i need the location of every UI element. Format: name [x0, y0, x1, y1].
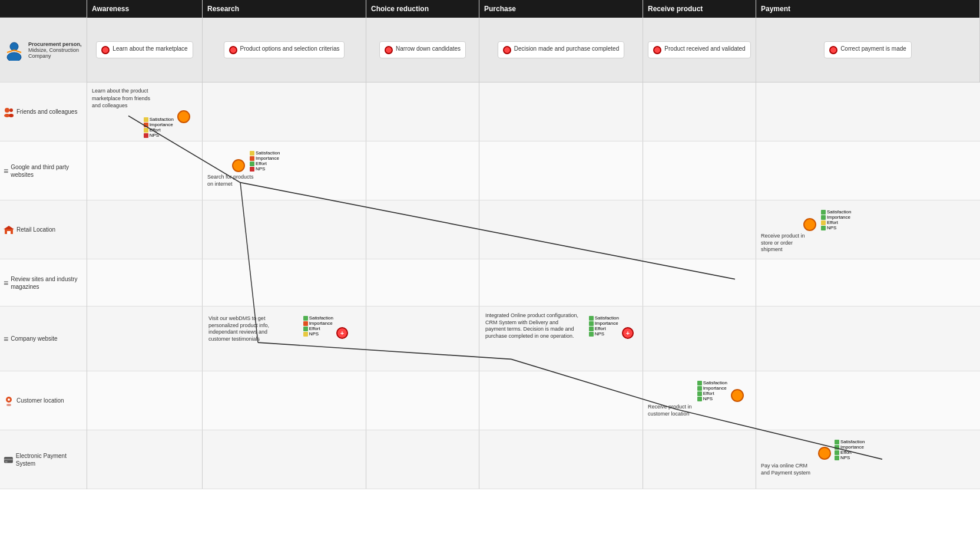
- stage-card-receive: Product received and validated: [664, 45, 745, 52]
- row-customer: Receive product in customer location Sat…: [87, 371, 980, 430]
- touchpoint-company: ≡ Company website: [0, 306, 87, 371]
- stage-card-choice: Narrow down candidates: [396, 45, 461, 52]
- touchpoint-company-label: Company website: [11, 335, 57, 342]
- persona-company: Company: [28, 53, 82, 59]
- touchpoint-retail: Retail Location: [0, 200, 87, 259]
- stage-header-payment: Payment Correct payment is made: [756, 0, 980, 82]
- svg-point-12: [8, 398, 10, 401]
- metric-effort-1: Effort: [150, 127, 161, 133]
- touchpoint-friends-label: Friends and colleagues: [16, 108, 77, 116]
- stage-purchase-label: Purchase: [484, 5, 516, 13]
- stage-header-purchase: Purchase Decision made and purchase comp…: [479, 0, 643, 82]
- stage-header-awareness: Awareness Learn about the marketplace: [87, 0, 203, 82]
- row-google: Search for products on internet Satisfac…: [87, 141, 980, 200]
- node-retail-label: Receive product in store or order shipme…: [761, 233, 805, 252]
- node-friends-label: Learn about the product marketplace from…: [92, 88, 150, 108]
- metric-satisfaction-1: Satisfaction: [150, 117, 174, 122]
- persona-header: Procurement person, Midsize, Constructio…: [0, 18, 87, 83]
- touchpoint-google: ≡ Google and third party websites: [0, 141, 87, 200]
- persona-title: Procurement person,: [28, 41, 82, 47]
- row-friends: Learn about the product marketplace from…: [87, 83, 980, 141]
- svg-point-7: [9, 114, 14, 117]
- node-customer-label: Receive product in customer location: [648, 404, 692, 417]
- metric-importance-1: Importance: [150, 122, 173, 127]
- touchpoint-review: ≡ Review sites and industry magazines: [0, 259, 87, 306]
- row-review: [87, 259, 980, 306]
- svg-point-13: [6, 404, 11, 406]
- touchpoint-customer-label: Customer location: [16, 397, 64, 404]
- store-icon: [4, 225, 14, 235]
- touchpoint-friends: Friends and colleagues: [0, 83, 87, 141]
- payment-icon: [4, 454, 14, 465]
- touchpoint-google-label: Google and third party websites: [11, 163, 83, 179]
- location-icon: [4, 395, 14, 406]
- svg-point-0: [10, 42, 18, 51]
- stage-card-research: Product options and selection criterias: [240, 45, 340, 52]
- node-payment-label: Pay via online CRM and Payment system: [761, 463, 810, 476]
- node-company-purchase-label: Integrated Online product configuration,…: [485, 312, 578, 339]
- metric-nps-1: NPS: [150, 133, 159, 138]
- touchpoint-payment: Electronic Payment System: [0, 430, 87, 489]
- svg-point-6: [9, 108, 13, 112]
- stage-card-payment: Correct payment is made: [840, 45, 906, 52]
- stage-awareness-label: Awareness: [92, 5, 129, 13]
- touchpoint-payment-label: Electronic Payment System: [16, 452, 83, 467]
- svg-rect-16: [5, 461, 8, 462]
- node-company-research-label: Visit our webDMS to get personalized pro…: [208, 315, 269, 342]
- row-retail: Receive product in store or order shipme…: [87, 200, 980, 259]
- stage-header-research: Research Product options and selection c…: [203, 0, 366, 82]
- stage-receive-label: Receive product: [648, 5, 703, 13]
- row-payment-system: Pay via online CRM and Payment system Sa…: [87, 430, 980, 489]
- touchpoint-customer: Customer location: [0, 371, 87, 430]
- stage-header-choice: Choice reduction Narrow down candidates: [366, 0, 479, 82]
- svg-line-3: [14, 50, 21, 52]
- svg-line-2: [7, 50, 14, 52]
- svg-point-1: [7, 52, 21, 61]
- people-icon: [4, 107, 14, 117]
- svg-marker-9: [4, 226, 14, 229]
- svg-point-4: [5, 108, 9, 113]
- touchpoint-review-label: Review sites and industry magazines: [11, 275, 83, 291]
- svg-rect-15: [4, 459, 13, 460]
- main-container: Procurement person, Midsize, Constructio…: [0, 0, 980, 489]
- persona-icon: [4, 39, 25, 61]
- stage-research-label: Research: [207, 5, 239, 13]
- touchpoint-retail-label: Retail Location: [16, 226, 55, 233]
- stage-card-awareness: Learn about the marketplace: [112, 45, 187, 52]
- stage-choice-label: Choice reduction: [371, 5, 429, 13]
- persona-subtitle: Midsize, Construction: [28, 47, 82, 53]
- stage-payment-label: Payment: [761, 5, 790, 13]
- stage-card-purchase: Decision made and purchase completed: [514, 45, 619, 52]
- node-google-label: Search for products on internet: [207, 174, 254, 187]
- stage-header-receive: Receive product Product received and val…: [643, 0, 756, 82]
- svg-rect-10: [7, 231, 11, 234]
- row-company: Visit our webDMS to get personalized pro…: [87, 306, 980, 371]
